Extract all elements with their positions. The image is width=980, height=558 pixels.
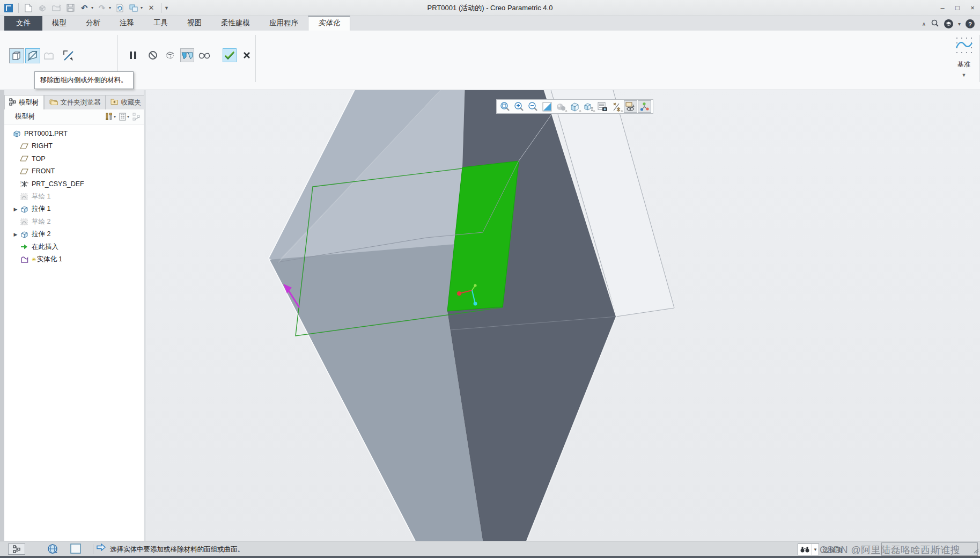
tree-row-front-plane[interactable]: FRONT xyxy=(4,165,144,178)
tab-model-tree[interactable]: 模型树 xyxy=(4,95,44,109)
datum-spline-icon[interactable] xyxy=(955,36,973,56)
solidify-icon xyxy=(19,256,29,263)
tree-row-part[interactable]: PRT0001.PRT xyxy=(4,127,144,140)
tree-label: 草绘 2 xyxy=(32,217,50,226)
tree-row-csys[interactable]: yxz PRT_CSYS_DEF xyxy=(4,178,144,190)
minimize-button[interactable]: – xyxy=(935,2,950,14)
watermark: CSDN @阿里陆磊咯啥西斯谁搜 xyxy=(820,544,960,556)
tree-row-insert-here[interactable]: 在此插入 xyxy=(4,241,144,254)
windows-button[interactable] xyxy=(128,3,139,13)
tree-row-solidify[interactable]: ✳ 实体化 1 xyxy=(4,253,144,266)
tab-file[interactable]: 文件 xyxy=(4,16,42,31)
tree-tools-dropdown[interactable]: ▾ xyxy=(114,114,116,119)
accept-feature-button[interactable] xyxy=(223,48,237,62)
datum-group-label: 基准 xyxy=(957,60,970,69)
tree-row-extrude1[interactable]: ▶ 拉伸 1 xyxy=(4,203,144,216)
expand-arrow-icon[interactable]: ▶ xyxy=(12,232,19,237)
close-window-button[interactable]: ✕ xyxy=(146,3,157,13)
tree-row-top-plane[interactable]: TOP xyxy=(4,152,144,165)
unattached-preview-button[interactable] xyxy=(163,48,177,62)
minimize-ribbon-icon[interactable]: ∧ xyxy=(922,21,926,27)
shading-style-icon[interactable] xyxy=(554,100,568,113)
open-model-button[interactable] xyxy=(37,3,48,13)
part-icon xyxy=(12,130,21,137)
undo-dropdown[interactable]: ▾ xyxy=(91,5,93,10)
display-style-icon[interactable] xyxy=(568,100,581,113)
redo-dropdown[interactable]: ▾ xyxy=(109,5,111,10)
tree-row-right-plane[interactable]: RIGHT xyxy=(4,140,144,153)
saved-orientations-icon[interactable] xyxy=(582,100,595,113)
learning-connector-icon[interactable] xyxy=(944,19,953,28)
view-manager-icon[interactable] xyxy=(596,100,609,113)
tree-settings-icon[interactable] xyxy=(119,113,126,121)
tab-annotate[interactable]: 注释 xyxy=(110,16,144,31)
help-icon[interactable]: ? xyxy=(966,19,975,28)
ribbon: 基准 ▼ xyxy=(0,31,980,90)
tooltip: 移除面组内侧或外侧的材料。 xyxy=(34,71,134,89)
repaint-icon[interactable] xyxy=(540,100,554,113)
toggle-model-tree-button[interactable] xyxy=(8,544,25,555)
no-preview-button[interactable] xyxy=(146,48,160,62)
binoculars-icon xyxy=(798,546,812,553)
full-screen-button[interactable] xyxy=(70,544,81,554)
open-folder-button[interactable] xyxy=(51,3,62,13)
save-button[interactable] xyxy=(65,3,76,13)
graphics-viewport[interactable] xyxy=(146,90,980,541)
zoom-out-icon[interactable] xyxy=(526,100,540,113)
tab-analysis[interactable]: 分析 xyxy=(76,16,110,31)
tab-solidify[interactable]: 实体化 xyxy=(308,16,350,31)
attached-preview-button[interactable] xyxy=(180,48,194,62)
tree-label: PRT_CSYS_DEF xyxy=(32,180,84,188)
expand-arrow-icon[interactable]: ▶ xyxy=(12,207,19,212)
solidify-remove-material-button[interactable] xyxy=(25,48,40,63)
datum-display-filters-icon[interactable] xyxy=(610,100,623,113)
tree-hide-icon[interactable] xyxy=(132,113,141,121)
maximize-button[interactable]: □ xyxy=(950,2,965,14)
tab-tools[interactable]: 工具 xyxy=(144,16,178,31)
tree-row-sketch2[interactable]: 草绘 2 xyxy=(4,216,144,229)
status-message: 选择实体中要添加或移除材料的面组或曲面。 xyxy=(110,545,244,554)
regenerate-button[interactable] xyxy=(114,3,125,13)
refit-icon[interactable] xyxy=(498,100,512,113)
tab-folder-browser[interactable]: 文件夹浏览器 xyxy=(44,95,106,109)
datum-plane-icon xyxy=(19,143,29,149)
tab-flexible-modeling[interactable]: 柔性建模 xyxy=(211,16,260,31)
glasses-preview-button[interactable] xyxy=(197,48,211,62)
cancel-feature-button[interactable] xyxy=(240,48,254,62)
tree-tools-icon[interactable] xyxy=(105,113,113,121)
find-tool[interactable]: ▼ xyxy=(798,544,819,555)
tab-favorites[interactable]: ✶ 收藏夹 xyxy=(106,95,146,109)
pause-button[interactable] xyxy=(126,48,140,62)
csys-icon: yxz xyxy=(19,180,29,188)
connector-dropdown-icon[interactable]: ▾ xyxy=(958,21,961,27)
flip-direction-button[interactable] xyxy=(61,48,76,63)
redo-button[interactable]: ↷ xyxy=(97,3,107,13)
customize-toolbar-dropdown[interactable]: ▼ xyxy=(164,5,169,11)
tree-row-extrude2[interactable]: ▶ 拉伸 2 xyxy=(4,228,144,241)
annotation-display-icon[interactable] xyxy=(624,100,637,113)
web-browser-button[interactable] xyxy=(47,544,58,554)
windows-dropdown[interactable]: ▾ xyxy=(141,5,143,10)
datum-group-dropdown-icon[interactable]: ▼ xyxy=(962,72,967,78)
divider xyxy=(93,544,93,554)
tab-view[interactable]: 视图 xyxy=(178,16,211,31)
new-file-button[interactable] xyxy=(23,3,34,13)
spin-center-icon[interactable] xyxy=(638,100,651,113)
tree-row-sketch1[interactable]: 草绘 1 xyxy=(4,190,144,203)
search-icon[interactable] xyxy=(931,19,939,29)
tab-model[interactable]: 模型 xyxy=(42,16,76,31)
solidify-fill-button[interactable] xyxy=(9,48,24,63)
tree-label: TOP xyxy=(32,155,45,163)
datum-group: 基准 ▼ xyxy=(948,31,979,90)
tree-settings-dropdown[interactable]: ▾ xyxy=(127,114,129,119)
resize-grip-icon[interactable] xyxy=(972,547,979,555)
tree-label: RIGHT xyxy=(32,142,53,150)
folder-browser-icon xyxy=(49,98,58,107)
close-button[interactable]: × xyxy=(965,2,980,14)
zoom-in-icon[interactable] xyxy=(512,100,526,113)
extrude-icon xyxy=(19,231,29,238)
find-dropdown-icon: ▼ xyxy=(812,544,819,555)
tab-applications[interactable]: 应用程序 xyxy=(260,16,308,31)
navigator-panel: 模型树 文件夹浏览器 ✶ 收藏夹 模型树 ▾ ▾ xyxy=(4,90,144,541)
undo-button[interactable]: ↶ xyxy=(79,3,90,13)
